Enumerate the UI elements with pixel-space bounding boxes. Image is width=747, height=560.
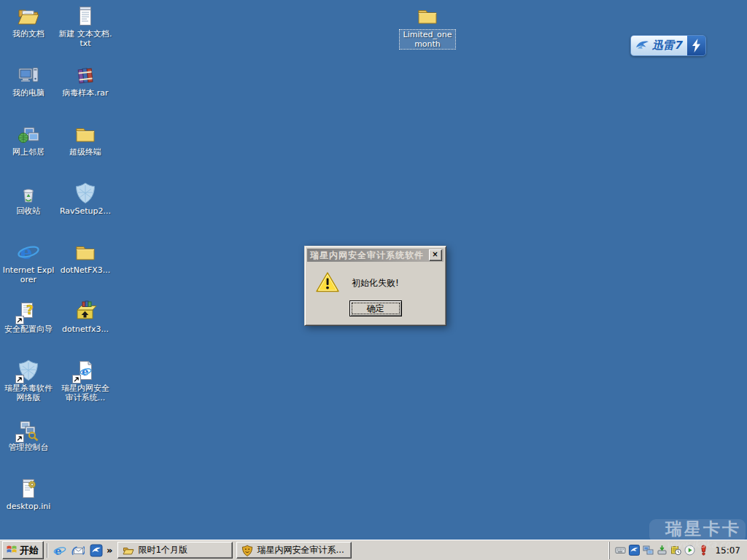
quick-launch-overflow-chevron[interactable]: » bbox=[105, 545, 114, 556]
desktop-icon-wizard-document[interactable]: ?安全配置向导 bbox=[0, 300, 57, 334]
shortcut-arrow-icon bbox=[15, 375, 24, 384]
windows-flag-icon bbox=[6, 543, 18, 557]
ok-button[interactable]: 确定 bbox=[349, 300, 402, 316]
ie-document-icon: e bbox=[74, 359, 97, 382]
task-button-label: 限时1个月版 bbox=[138, 544, 187, 556]
desktop-icon-recycle-bin[interactable]: 回收站 bbox=[0, 182, 57, 216]
system-tray: 15:07 bbox=[609, 542, 745, 559]
svg-text:e: e bbox=[55, 544, 62, 557]
rising-shield-icon bbox=[74, 182, 97, 205]
desktop-icon-label: 管理控制台 bbox=[7, 443, 50, 452]
desktop-icon-folder[interactable]: Limited_onemonth bbox=[399, 4, 456, 50]
rar-archive-icon bbox=[74, 63, 97, 87]
wizard-document-icon: ? bbox=[17, 300, 40, 323]
desktop-icon-rising-shield[interactable]: RavSetup2... bbox=[57, 182, 114, 216]
shortcut-arrow-icon bbox=[15, 316, 24, 324]
task-button-0[interactable]: 限时1个月版 bbox=[117, 542, 233, 559]
desktop-icon-sfx-archive[interactable]: dotnetfx3... bbox=[57, 300, 114, 334]
desktop-icon-label: 网上邻居 bbox=[11, 147, 46, 157]
shortcut-arrow-icon bbox=[15, 434, 24, 443]
shortcut-arrow-icon bbox=[72, 375, 81, 384]
desktop-icon-label: Limited_onemonth bbox=[399, 29, 456, 50]
desktop-icon-my-computer[interactable]: 我的电脑 bbox=[0, 63, 57, 98]
folder-icon bbox=[74, 241, 97, 264]
xunlei-tray-tray-icon[interactable] bbox=[629, 545, 640, 556]
desktop-icon-label: 病毒样本.rar bbox=[61, 88, 109, 98]
recycle-bin-icon bbox=[17, 182, 40, 205]
xunlei-widget-title: 迅雷7 bbox=[652, 39, 681, 52]
desktop-icon-text-file[interactable]: 新建 文本文档.txt bbox=[57, 4, 114, 48]
xunlei-widget-body[interactable]: 迅雷7 bbox=[631, 36, 687, 55]
my-computer-icon bbox=[17, 63, 40, 87]
internet-explorer-icon: e bbox=[17, 241, 40, 264]
admin-console-icon bbox=[17, 418, 40, 441]
dialog-body: 初始化失败! bbox=[305, 262, 446, 300]
desktop-icon-label: 我的文档 bbox=[11, 29, 46, 39]
desktop-icon-my-documents[interactable]: 我的文档 bbox=[0, 4, 57, 39]
svg-text:?: ? bbox=[26, 303, 34, 317]
desktop-icon-label: 超级终端 bbox=[68, 147, 103, 157]
desktop-icon-folder[interactable]: 超级终端 bbox=[57, 122, 114, 157]
xunlei-icon[interactable] bbox=[89, 543, 104, 558]
desktop-icon-label: 安全配置向导 bbox=[3, 324, 54, 334]
dialog-title-text: 瑞星内网安全审计系统软件 bbox=[310, 249, 424, 262]
svg-text:e: e bbox=[82, 365, 89, 378]
svg-text:e: e bbox=[20, 241, 33, 263]
desktop-surface[interactable]: 我的文档我的电脑网上邻居回收站eInternet Explorer?安全配置向导… bbox=[0, 0, 747, 560]
xunlei-bird-icon bbox=[635, 39, 650, 53]
lion-shield-icon bbox=[241, 545, 253, 556]
rising-shield-icon bbox=[17, 359, 40, 382]
desktop-icon-folder[interactable]: dotNetFX3... bbox=[57, 241, 114, 275]
desktop-icon-label: RavSetup2... bbox=[58, 206, 112, 216]
desktop-icon-ie-document[interactable]: e瑞星内网安全审计系统... bbox=[57, 359, 114, 402]
network-tray-tray-icon[interactable] bbox=[643, 545, 654, 556]
desktop-icon-label: 瑞星杀毒软件网络版 bbox=[0, 384, 57, 402]
quick-launch-area: e bbox=[51, 543, 105, 558]
desktop-icon-rar-archive[interactable]: 病毒样本.rar bbox=[57, 63, 114, 98]
taskbar-divider bbox=[47, 543, 48, 558]
desktop-icon-label: 新建 文本文档.txt bbox=[57, 29, 114, 48]
task-button-label: 瑞星内网安全审计系... bbox=[257, 544, 344, 556]
desktop-icon-label: 回收站 bbox=[15, 206, 42, 216]
task-button-area: 限时1个月版瑞星内网安全审计系... bbox=[114, 542, 352, 559]
network-places-icon bbox=[17, 122, 40, 146]
desktop-icon-ini-file[interactable]: desktop.ini bbox=[0, 477, 57, 511]
tray-icon-area bbox=[615, 545, 709, 556]
xunlei-floating-widget[interactable]: 迅雷7 bbox=[630, 35, 706, 56]
desktop-icon-label: 我的电脑 bbox=[11, 88, 46, 98]
task-button-1[interactable]: 瑞星内网安全审计系... bbox=[236, 542, 352, 559]
alert-tray-icon[interactable] bbox=[698, 545, 709, 556]
xunlei-lightning-button[interactable] bbox=[687, 36, 705, 55]
my-documents-icon bbox=[17, 4, 40, 28]
tray-clock: 15:07 bbox=[712, 545, 745, 556]
desktop-icon-rising-shield[interactable]: 瑞星杀毒软件网络版 bbox=[0, 359, 57, 402]
start-button[interactable]: 开始 bbox=[2, 541, 44, 559]
desktop-icon-internet-explorer[interactable]: eInternet Explorer bbox=[0, 241, 57, 284]
text-file-icon bbox=[74, 4, 97, 28]
desktop-icon-label: Internet Explorer bbox=[0, 265, 57, 284]
desktop-icon-label: 瑞星内网安全审计系统... bbox=[57, 384, 114, 402]
start-button-label: 开始 bbox=[20, 544, 39, 557]
dialog-message: 初始化失败! bbox=[352, 277, 399, 289]
desktop-icon-label: desktop.ini bbox=[5, 502, 52, 511]
message-dialog: 瑞星内网安全审计系统软件 × 初始化失败! 确定 bbox=[304, 246, 446, 326]
folder-icon bbox=[74, 122, 97, 146]
open-folder-icon bbox=[123, 545, 134, 556]
scheduler-tray-icon[interactable] bbox=[670, 545, 681, 556]
outlook-express-icon[interactable] bbox=[71, 543, 85, 558]
sfx-archive-icon bbox=[74, 300, 97, 323]
keyboard-tray-icon[interactable] bbox=[615, 545, 626, 556]
desktop-icon-label: dotnetfx3... bbox=[61, 324, 110, 334]
warning-icon bbox=[315, 271, 340, 296]
internet-explorer-icon[interactable]: e bbox=[53, 543, 67, 558]
dialog-title-bar[interactable]: 瑞星内网安全审计系统软件 × bbox=[307, 249, 444, 262]
usb-remove-tray-icon[interactable] bbox=[657, 545, 667, 556]
desktop-icon-network-places[interactable]: 网上邻居 bbox=[0, 122, 57, 157]
dialog-button-row: 确定 bbox=[305, 300, 446, 316]
player-tray-icon[interactable] bbox=[684, 545, 695, 556]
desktop-icon-admin-console[interactable]: 管理控制台 bbox=[0, 418, 57, 452]
taskbar: 开始 e » 限时1个月版瑞星内网安全审计系... 15:07 bbox=[0, 540, 747, 560]
close-icon[interactable]: × bbox=[429, 249, 442, 261]
folder-icon bbox=[416, 4, 439, 28]
desktop-icon-label: dotNetFX3... bbox=[59, 265, 112, 275]
